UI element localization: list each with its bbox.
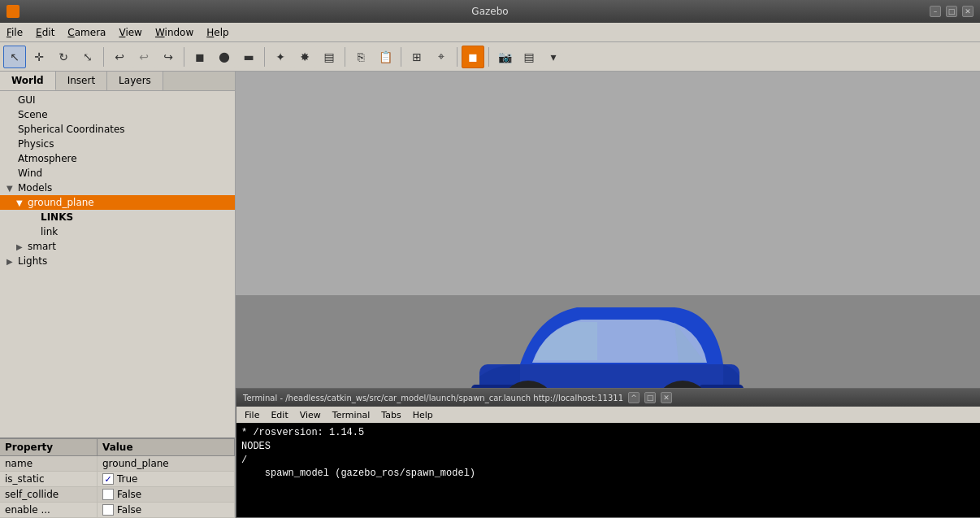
props-header: Property Value [0,439,235,456]
toolbar-sep-5 [401,47,401,67]
tree-wind-label: Wind [18,168,42,179]
select-tool-button[interactable]: ↖ [3,46,26,68]
term-menu-file[interactable]: File [240,409,264,421]
enable-checkbox[interactable] [102,504,114,516]
prop-col-property: Property [0,439,98,455]
undo-button[interactable]: ↩ [108,46,131,68]
left-panel: World Insert Layers GUI Scene Spherical … [0,72,236,518]
toolbar-sep-1 [103,47,104,67]
toolbar-sep-3 [264,47,265,67]
terminal-minimize[interactable]: ^ [628,392,640,403]
point-light-button[interactable]: ✦ [269,46,292,68]
tree-physics-label: Physics [18,138,54,150]
tree-smart-label: smart [28,241,56,252]
tab-insert[interactable]: Insert [56,72,107,90]
tree-links-label: LINKS [41,211,73,223]
tree-gui-label: GUI [18,94,36,106]
tree-ground-plane[interactable]: ▼ ground_plane [0,195,235,210]
tree-smart[interactable]: ▶ smart [0,239,235,254]
properties-table: Property Value name ground_plane is_stat… [0,437,235,518]
dir-light-button[interactable]: ▤ [318,46,340,68]
menu-help[interactable]: Help [200,25,235,40]
camera-snap-button[interactable]: 📷 [493,46,516,68]
tab-layers[interactable]: Layers [107,72,163,90]
menu-camera[interactable]: Camera [61,25,112,40]
toolbar-sep-6 [457,47,457,67]
tree-link[interactable]: link [0,224,235,239]
terminal-title: Terminal - /headless/catkin_ws/src/car_m… [243,394,623,403]
minimize-button[interactable]: – [930,6,941,17]
tree-models[interactable]: ▼ Models [0,181,235,195]
tree-lights[interactable]: ▶ Lights [0,254,235,268]
more-button[interactable]: ▾ [542,46,565,68]
translate-tool-button[interactable]: ✛ [28,46,50,68]
tree-scene-label: Scene [18,109,48,120]
prop-name-value: ground_plane [98,456,235,471]
term-line-5: spawn_model (gazebo_ros/spawn_model) [241,467,978,481]
tree-atmosphere[interactable]: Atmosphere [0,151,235,166]
prop-row-name: name ground_plane [0,456,235,472]
3d-viewport[interactable]: Terminal - /headless/catkin_ws/src/car_m… [236,72,980,518]
prop-collide-value[interactable]: False [98,487,235,502]
term-menu-terminal[interactable]: Terminal [327,409,375,421]
terminal-titlebar: Terminal - /headless/catkin_ws/src/car_m… [236,389,980,407]
terminal-restore[interactable]: □ [644,392,656,403]
menu-view[interactable]: View [112,25,148,40]
prop-row-static: is_static ✓ True [0,472,235,487]
prop-col-value: Value [98,439,235,455]
orange-shape-button[interactable]: ◼ [462,46,484,68]
prop-static-value[interactable]: ✓ True [98,472,235,486]
prop-enable-key: enable ... [0,503,98,517]
redo-left-button[interactable]: ↩ [132,46,155,68]
prop-row-enable: enable ... False [0,503,235,518]
tree-spherical[interactable]: Spherical Coordinates [0,122,235,137]
app-title: Gazebo [471,6,508,17]
scale-tool-button[interactable]: ⤡ [76,46,99,68]
enable-label: False [117,504,141,516]
tree-ground-label: ground_plane [28,197,94,208]
tree-physics[interactable]: Physics [0,137,235,151]
tree-links[interactable]: LINKS [0,210,235,224]
tree-lights-arrow: ▶ [7,257,15,266]
tree-scene[interactable]: Scene [0,107,235,122]
term-menu-view[interactable]: View [295,409,326,421]
log-button[interactable]: ▤ [518,46,540,68]
sphere-button[interactable]: ● [213,46,236,68]
terminal-close[interactable]: ✕ [661,392,672,403]
snap-button[interactable]: ⌖ [430,46,453,68]
paste-button[interactable]: 📋 [374,46,397,68]
rotate-tool-button[interactable]: ↻ [52,46,75,68]
term-menu-tabs[interactable]: Tabs [376,409,405,421]
tree-area: GUI Scene Spherical Coordinates Physics … [0,91,235,437]
tree-link-label: link [41,226,58,237]
menu-file[interactable]: File [0,25,29,40]
tree-smart-arrow: ▶ [16,242,24,251]
toolbar-sep-4 [345,47,345,67]
spot-light-button[interactable]: ✸ [293,46,316,68]
redo-right-button[interactable]: ↪ [157,46,180,68]
close-button[interactable]: ✕ [962,6,973,17]
term-menu-edit[interactable]: Edit [266,409,293,421]
tree-ground-arrow: ▼ [16,198,24,207]
cylinder-button[interactable]: ▬ [237,46,260,68]
terminal-window: Terminal - /headless/catkin_ws/src/car_m… [236,388,980,518]
tree-wind[interactable]: Wind [0,166,235,181]
menu-edit[interactable]: Edit [29,25,61,40]
prop-collide-key: self_collide [0,487,98,502]
tree-gui[interactable]: GUI [0,93,235,107]
collide-checkbox[interactable] [102,489,114,500]
align-button[interactable]: ⊞ [405,46,428,68]
menu-window[interactable]: Window [149,25,200,40]
static-checkbox[interactable]: ✓ [102,473,114,485]
prop-row-collide: self_collide False [0,487,235,503]
term-menu-help[interactable]: Help [408,409,438,421]
prop-static-key: is_static [0,472,98,486]
prop-enable-value[interactable]: False [98,503,235,517]
panel-tabs: World Insert Layers [0,72,235,91]
box-button[interactable]: ◼ [189,46,211,68]
app-icon [7,5,20,18]
maximize-button[interactable]: □ [946,6,957,17]
grid-overlay [236,72,479,194]
copy-button[interactable]: ⎘ [349,46,372,68]
tab-world[interactable]: World [0,72,56,90]
